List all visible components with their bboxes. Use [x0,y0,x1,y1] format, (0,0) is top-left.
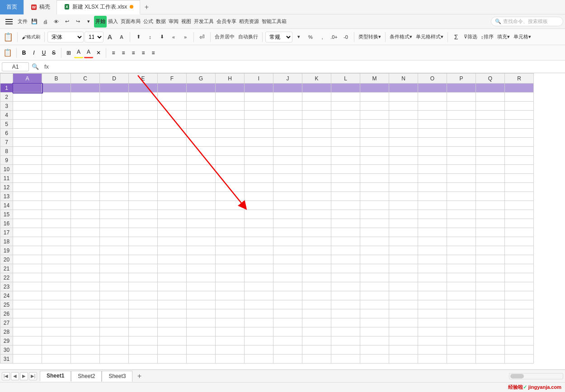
sheet-nav-prev[interactable]: ◀ [11,372,19,380]
row-number-4[interactable]: 4 [0,111,13,120]
cell[interactable] [71,228,100,237]
merge-center-btn[interactable]: 合并居中 [213,31,236,43]
cell[interactable] [418,111,447,120]
cell[interactable] [216,192,245,201]
menu-start[interactable]: 开始 [94,16,107,28]
cell[interactable] [302,147,331,156]
paste2-btn[interactable]: 📋 [2,47,14,59]
cell[interactable] [447,111,476,120]
cell[interactable] [505,111,534,120]
col-header-E[interactable]: E [129,74,158,84]
scroll-thumb[interactable] [510,374,524,378]
cell[interactable] [331,120,360,129]
cell[interactable] [389,165,418,174]
cell[interactable] [13,264,42,273]
cell[interactable] [273,84,302,93]
number-format-more[interactable]: ▾ [293,31,304,43]
row-number-22[interactable]: 22 [0,273,13,282]
cell[interactable] [100,255,129,264]
cell[interactable] [158,345,187,355]
cell[interactable] [100,264,129,273]
cell[interactable] [360,156,389,165]
cell[interactable] [42,273,71,282]
cell[interactable] [245,111,273,120]
cell[interactable] [158,156,187,165]
cell[interactable] [273,273,302,282]
cell[interactable] [216,273,245,282]
cell[interactable] [187,183,216,192]
row-number-27[interactable]: 27 [0,318,13,327]
cell[interactable] [505,345,534,355]
toolbar-save[interactable]: 💾 [29,16,40,28]
cell[interactable] [129,246,158,255]
cell[interactable] [418,255,447,264]
cell[interactable] [389,84,418,93]
cell[interactable] [13,129,42,138]
cell[interactable] [187,156,216,165]
indent-increase-btn[interactable]: » [180,31,191,43]
cell[interactable] [13,165,42,174]
cell[interactable] [331,174,360,183]
cell[interactable] [273,174,302,183]
cell[interactable] [447,228,476,237]
row-number-10[interactable]: 10 [0,165,13,174]
cell[interactable] [447,210,476,219]
cell[interactable] [389,291,418,300]
cell[interactable] [360,282,389,291]
cell[interactable] [158,138,187,147]
cell[interactable] [476,120,505,129]
wrap-text-btn[interactable]: ⏎ [197,31,207,43]
cell[interactable] [476,192,505,201]
cell[interactable] [389,273,418,282]
cell[interactable] [302,300,331,309]
cell[interactable] [360,120,389,129]
cell[interactable] [505,309,534,318]
cell[interactable] [216,282,245,291]
cell[interactable] [302,219,331,228]
cell[interactable] [71,246,100,255]
col-header-M[interactable]: M [360,74,389,84]
cell[interactable] [158,93,187,102]
cell[interactable] [187,228,216,237]
cell[interactable] [187,345,216,355]
cell[interactable] [505,273,534,282]
cell[interactable] [100,84,129,93]
sum-btn[interactable]: Σ [451,31,461,43]
clear-format-btn[interactable]: ✕ [94,47,103,58]
cell[interactable] [100,147,129,156]
cell[interactable] [42,291,71,300]
cell[interactable] [389,264,418,273]
cell[interactable] [42,327,71,336]
cell[interactable] [13,300,42,309]
cell[interactable] [42,264,71,273]
cell[interactable] [418,93,447,102]
sheet-nav-next[interactable]: ▶ [20,372,28,380]
cell[interactable] [476,345,505,355]
cell[interactable] [158,336,187,345]
cell[interactable] [129,129,158,138]
cell[interactable] [100,237,129,246]
cell[interactable] [100,219,129,228]
cell[interactable] [158,355,187,364]
cell[interactable] [331,156,360,165]
cell[interactable] [476,282,505,291]
cell[interactable] [158,111,187,120]
font-size-select[interactable]: 11 [85,32,104,42]
italic-btn[interactable]: I [29,47,38,58]
cell[interactable] [216,237,245,246]
cell[interactable] [100,282,129,291]
cell[interactable] [158,192,187,201]
cell[interactable] [447,93,476,102]
cell[interactable] [476,156,505,165]
cell[interactable] [245,336,273,345]
sheet-tab-3[interactable]: Sheet3 [102,371,132,382]
cell[interactable] [273,327,302,336]
cell[interactable] [216,165,245,174]
toolbar-print[interactable]: 🖨 [40,16,51,28]
cell[interactable] [13,309,42,318]
cell[interactable] [505,291,534,300]
cell[interactable] [216,174,245,183]
menu-insert[interactable]: 插入 [107,16,119,28]
underline-btn[interactable]: U [39,47,48,58]
fx-icon[interactable]: fx [44,63,49,70]
